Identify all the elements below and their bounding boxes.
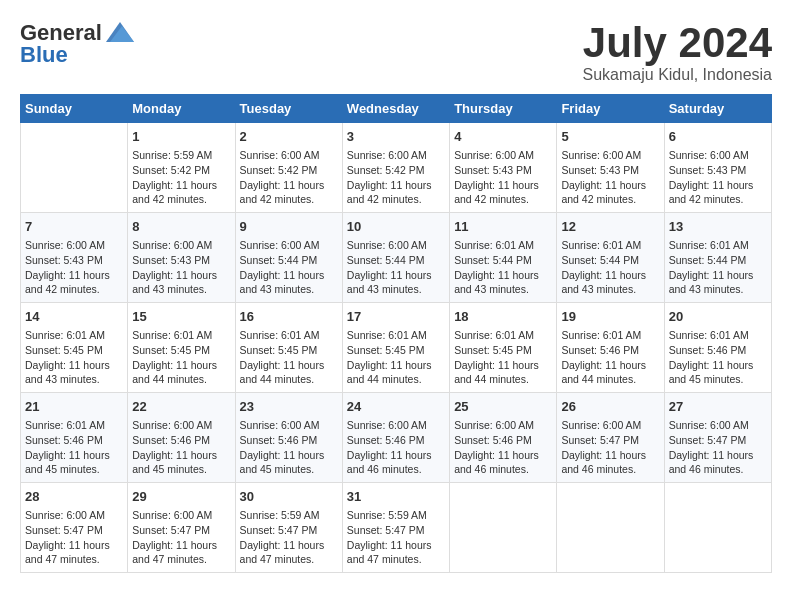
day-number: 28	[25, 488, 123, 506]
logo-blue: Blue	[20, 42, 68, 68]
day-info: Sunrise: 6:00 AMSunset: 5:43 PMDaylight:…	[454, 148, 552, 207]
calendar-cell: 14Sunrise: 6:01 AMSunset: 5:45 PMDayligh…	[21, 303, 128, 393]
day-number: 20	[669, 308, 767, 326]
calendar-cell: 24Sunrise: 6:00 AMSunset: 5:46 PMDayligh…	[342, 393, 449, 483]
day-number: 17	[347, 308, 445, 326]
day-number: 18	[454, 308, 552, 326]
day-info: Sunrise: 6:00 AMSunset: 5:46 PMDaylight:…	[347, 418, 445, 477]
day-number: 25	[454, 398, 552, 416]
calendar-cell: 29Sunrise: 6:00 AMSunset: 5:47 PMDayligh…	[128, 482, 235, 572]
day-number: 4	[454, 128, 552, 146]
day-number: 13	[669, 218, 767, 236]
day-number: 27	[669, 398, 767, 416]
month-title: July 2024	[583, 20, 772, 66]
day-number: 11	[454, 218, 552, 236]
week-row-4: 21Sunrise: 6:01 AMSunset: 5:46 PMDayligh…	[21, 393, 772, 483]
calendar-cell: 17Sunrise: 6:01 AMSunset: 5:45 PMDayligh…	[342, 303, 449, 393]
day-info: Sunrise: 6:00 AMSunset: 5:47 PMDaylight:…	[25, 508, 123, 567]
day-info: Sunrise: 6:00 AMSunset: 5:46 PMDaylight:…	[132, 418, 230, 477]
day-info: Sunrise: 6:01 AMSunset: 5:44 PMDaylight:…	[454, 238, 552, 297]
calendar-cell: 21Sunrise: 6:01 AMSunset: 5:46 PMDayligh…	[21, 393, 128, 483]
day-number: 9	[240, 218, 338, 236]
day-info: Sunrise: 6:01 AMSunset: 5:46 PMDaylight:…	[561, 328, 659, 387]
calendar-cell: 30Sunrise: 5:59 AMSunset: 5:47 PMDayligh…	[235, 482, 342, 572]
col-header-tuesday: Tuesday	[235, 95, 342, 123]
calendar-cell: 3Sunrise: 6:00 AMSunset: 5:42 PMDaylight…	[342, 123, 449, 213]
calendar-cell: 15Sunrise: 6:01 AMSunset: 5:45 PMDayligh…	[128, 303, 235, 393]
day-number: 23	[240, 398, 338, 416]
day-number: 7	[25, 218, 123, 236]
day-number: 15	[132, 308, 230, 326]
week-row-3: 14Sunrise: 6:01 AMSunset: 5:45 PMDayligh…	[21, 303, 772, 393]
calendar-cell: 16Sunrise: 6:01 AMSunset: 5:45 PMDayligh…	[235, 303, 342, 393]
day-info: Sunrise: 5:59 AMSunset: 5:47 PMDaylight:…	[240, 508, 338, 567]
calendar-cell: 5Sunrise: 6:00 AMSunset: 5:43 PMDaylight…	[557, 123, 664, 213]
day-number: 22	[132, 398, 230, 416]
calendar-cell: 22Sunrise: 6:00 AMSunset: 5:46 PMDayligh…	[128, 393, 235, 483]
calendar-cell: 11Sunrise: 6:01 AMSunset: 5:44 PMDayligh…	[450, 213, 557, 303]
day-info: Sunrise: 6:00 AMSunset: 5:47 PMDaylight:…	[561, 418, 659, 477]
day-info: Sunrise: 6:00 AMSunset: 5:46 PMDaylight:…	[240, 418, 338, 477]
day-number: 21	[25, 398, 123, 416]
day-info: Sunrise: 6:00 AMSunset: 5:46 PMDaylight:…	[454, 418, 552, 477]
day-info: Sunrise: 6:00 AMSunset: 5:42 PMDaylight:…	[240, 148, 338, 207]
day-info: Sunrise: 6:01 AMSunset: 5:44 PMDaylight:…	[561, 238, 659, 297]
day-number: 26	[561, 398, 659, 416]
calendar-cell	[450, 482, 557, 572]
day-info: Sunrise: 6:01 AMSunset: 5:45 PMDaylight:…	[454, 328, 552, 387]
day-info: Sunrise: 6:01 AMSunset: 5:46 PMDaylight:…	[25, 418, 123, 477]
day-info: Sunrise: 6:01 AMSunset: 5:45 PMDaylight:…	[347, 328, 445, 387]
week-row-2: 7Sunrise: 6:00 AMSunset: 5:43 PMDaylight…	[21, 213, 772, 303]
day-number: 1	[132, 128, 230, 146]
calendar-cell	[557, 482, 664, 572]
calendar-cell: 23Sunrise: 6:00 AMSunset: 5:46 PMDayligh…	[235, 393, 342, 483]
calendar-cell	[664, 482, 771, 572]
col-header-saturday: Saturday	[664, 95, 771, 123]
col-header-thursday: Thursday	[450, 95, 557, 123]
day-info: Sunrise: 5:59 AMSunset: 5:42 PMDaylight:…	[132, 148, 230, 207]
day-info: Sunrise: 6:00 AMSunset: 5:47 PMDaylight:…	[669, 418, 767, 477]
calendar-cell: 18Sunrise: 6:01 AMSunset: 5:45 PMDayligh…	[450, 303, 557, 393]
day-number: 5	[561, 128, 659, 146]
calendar-cell: 13Sunrise: 6:01 AMSunset: 5:44 PMDayligh…	[664, 213, 771, 303]
title-area: July 2024 Sukamaju Kidul, Indonesia	[583, 20, 772, 84]
col-header-friday: Friday	[557, 95, 664, 123]
day-number: 2	[240, 128, 338, 146]
calendar-cell	[21, 123, 128, 213]
col-header-sunday: Sunday	[21, 95, 128, 123]
day-number: 29	[132, 488, 230, 506]
day-number: 19	[561, 308, 659, 326]
day-number: 30	[240, 488, 338, 506]
day-info: Sunrise: 6:00 AMSunset: 5:44 PMDaylight:…	[347, 238, 445, 297]
day-info: Sunrise: 6:01 AMSunset: 5:46 PMDaylight:…	[669, 328, 767, 387]
day-info: Sunrise: 6:01 AMSunset: 5:45 PMDaylight:…	[240, 328, 338, 387]
day-info: Sunrise: 6:00 AMSunset: 5:42 PMDaylight:…	[347, 148, 445, 207]
calendar-cell: 7Sunrise: 6:00 AMSunset: 5:43 PMDaylight…	[21, 213, 128, 303]
calendar-cell: 6Sunrise: 6:00 AMSunset: 5:43 PMDaylight…	[664, 123, 771, 213]
calendar-cell: 19Sunrise: 6:01 AMSunset: 5:46 PMDayligh…	[557, 303, 664, 393]
calendar-cell: 12Sunrise: 6:01 AMSunset: 5:44 PMDayligh…	[557, 213, 664, 303]
day-number: 8	[132, 218, 230, 236]
calendar-cell: 20Sunrise: 6:01 AMSunset: 5:46 PMDayligh…	[664, 303, 771, 393]
day-number: 6	[669, 128, 767, 146]
day-number: 24	[347, 398, 445, 416]
day-number: 3	[347, 128, 445, 146]
day-number: 14	[25, 308, 123, 326]
calendar-cell: 31Sunrise: 5:59 AMSunset: 5:47 PMDayligh…	[342, 482, 449, 572]
day-info: Sunrise: 6:01 AMSunset: 5:45 PMDaylight:…	[132, 328, 230, 387]
calendar-cell: 28Sunrise: 6:00 AMSunset: 5:47 PMDayligh…	[21, 482, 128, 572]
calendar-cell: 9Sunrise: 6:00 AMSunset: 5:44 PMDaylight…	[235, 213, 342, 303]
calendar-cell: 2Sunrise: 6:00 AMSunset: 5:42 PMDaylight…	[235, 123, 342, 213]
day-info: Sunrise: 6:01 AMSunset: 5:45 PMDaylight:…	[25, 328, 123, 387]
day-info: Sunrise: 6:00 AMSunset: 5:47 PMDaylight:…	[132, 508, 230, 567]
week-row-5: 28Sunrise: 6:00 AMSunset: 5:47 PMDayligh…	[21, 482, 772, 572]
day-info: Sunrise: 6:00 AMSunset: 5:43 PMDaylight:…	[25, 238, 123, 297]
calendar-body: 1Sunrise: 5:59 AMSunset: 5:42 PMDaylight…	[21, 123, 772, 573]
calendar-cell: 1Sunrise: 5:59 AMSunset: 5:42 PMDaylight…	[128, 123, 235, 213]
calendar-cell: 27Sunrise: 6:00 AMSunset: 5:47 PMDayligh…	[664, 393, 771, 483]
day-info: Sunrise: 6:00 AMSunset: 5:43 PMDaylight:…	[669, 148, 767, 207]
day-info: Sunrise: 6:01 AMSunset: 5:44 PMDaylight:…	[669, 238, 767, 297]
day-number: 10	[347, 218, 445, 236]
location-subtitle: Sukamaju Kidul, Indonesia	[583, 66, 772, 84]
page-header: General Blue July 2024 Sukamaju Kidul, I…	[20, 20, 772, 84]
